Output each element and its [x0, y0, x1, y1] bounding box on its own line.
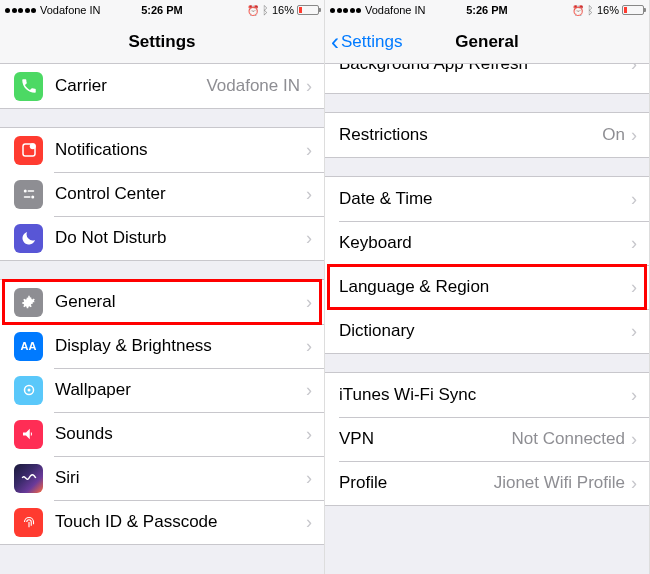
- phone-icon: [14, 72, 43, 101]
- chevron-right-icon: ›: [631, 429, 637, 450]
- general-group-sync: iTunes Wi-Fi Sync › VPN Not Connected › …: [325, 372, 649, 506]
- cell-label: VPN: [339, 429, 512, 449]
- chevron-right-icon: ›: [306, 380, 312, 401]
- nav-bar: ‹ Settings General: [325, 20, 649, 64]
- cell-siri[interactable]: Siri ›: [0, 456, 324, 500]
- cell-label: Siri: [55, 468, 306, 488]
- display-icon: AA: [14, 332, 43, 361]
- chevron-right-icon: ›: [306, 76, 312, 97]
- settings-group-notifications: Notifications › Control Center › Do Not …: [0, 127, 324, 261]
- svg-point-1: [29, 143, 35, 149]
- cell-label: Carrier: [55, 76, 206, 96]
- chevron-right-icon: ›: [631, 189, 637, 210]
- cell-itunes-wifi-sync[interactable]: iTunes Wi-Fi Sync ›: [325, 373, 649, 417]
- svg-rect-3: [27, 190, 34, 192]
- cell-value: On: [602, 125, 625, 145]
- cell-dictionary[interactable]: Dictionary ›: [325, 309, 649, 353]
- battery-icon: [297, 5, 319, 15]
- cell-date-time[interactable]: Date & Time ›: [325, 177, 649, 221]
- cell-label: Profile: [339, 473, 494, 493]
- cell-sounds[interactable]: Sounds ›: [0, 412, 324, 456]
- siri-icon: [14, 464, 43, 493]
- battery-icon: [622, 5, 644, 15]
- cell-value: Not Connected: [512, 429, 625, 449]
- moon-icon: [14, 224, 43, 253]
- cell-value: Vodafone IN: [206, 76, 300, 96]
- cell-carrier[interactable]: Carrier Vodafone IN ›: [0, 64, 324, 108]
- cell-control-center[interactable]: Control Center ›: [0, 172, 324, 216]
- chevron-right-icon: ›: [306, 512, 312, 533]
- status-bar: Vodafone IN 5:26 PM ⏰ ᛒ 16%: [325, 0, 649, 20]
- notifications-icon: [14, 136, 43, 165]
- svg-point-7: [27, 389, 30, 392]
- wallpaper-icon: [14, 376, 43, 405]
- chevron-right-icon: ›: [631, 277, 637, 298]
- settings-group-carrier: Carrier Vodafone IN ›: [0, 64, 324, 109]
- cell-label: Date & Time: [339, 189, 631, 209]
- chevron-right-icon: ›: [306, 292, 312, 313]
- fingerprint-icon: [14, 508, 43, 537]
- cell-vpn[interactable]: VPN Not Connected ›: [325, 417, 649, 461]
- status-time: 5:26 PM: [0, 4, 324, 16]
- chevron-right-icon: ›: [306, 228, 312, 249]
- chevron-right-icon: ›: [306, 336, 312, 357]
- cell-label: Display & Brightness: [55, 336, 306, 356]
- sounds-icon: [14, 420, 43, 449]
- svg-point-2: [23, 190, 26, 193]
- nav-bar: Settings: [0, 20, 324, 64]
- status-bar: Vodafone IN 5:26 PM ⏰ ᛒ 16%: [0, 0, 324, 20]
- chevron-right-icon: ›: [631, 125, 637, 146]
- nav-title: General: [455, 32, 518, 52]
- chevron-right-icon: ›: [631, 233, 637, 254]
- control-center-icon: [14, 180, 43, 209]
- cell-profile[interactable]: Profile Jionet Wifi Profile ›: [325, 461, 649, 505]
- screen-settings: Vodafone IN 5:26 PM ⏰ ᛒ 16% Settings Car…: [0, 0, 325, 574]
- chevron-left-icon: ‹: [331, 30, 339, 54]
- cell-label: Touch ID & Passcode: [55, 512, 306, 532]
- cell-label: Restrictions: [339, 125, 602, 145]
- chevron-right-icon: ›: [306, 184, 312, 205]
- cell-background-app-refresh[interactable]: Background App Refresh ›: [325, 64, 649, 94]
- cell-label: iTunes Wi-Fi Sync: [339, 385, 631, 405]
- chevron-right-icon: ›: [306, 140, 312, 161]
- chevron-right-icon: ›: [631, 385, 637, 406]
- cell-label: General: [55, 292, 306, 312]
- cell-wallpaper[interactable]: Wallpaper ›: [0, 368, 324, 412]
- svg-point-4: [31, 196, 34, 199]
- svg-rect-5: [23, 196, 30, 198]
- cell-touchid-passcode[interactable]: Touch ID & Passcode ›: [0, 500, 324, 544]
- cell-label: Notifications: [55, 140, 306, 160]
- cell-restrictions[interactable]: Restrictions On ›: [325, 113, 649, 157]
- status-time: 5:26 PM: [325, 4, 649, 16]
- cell-keyboard[interactable]: Keyboard ›: [325, 221, 649, 265]
- chevron-right-icon: ›: [631, 473, 637, 494]
- cell-label: Control Center: [55, 184, 306, 204]
- chevron-right-icon: ›: [306, 424, 312, 445]
- settings-group-general: General › AA Display & Brightness › Wall…: [0, 279, 324, 545]
- cell-label: Language & Region: [339, 277, 631, 297]
- cell-label: Keyboard: [339, 233, 631, 253]
- cell-general[interactable]: General ›: [0, 280, 324, 324]
- nav-back-label: Settings: [341, 32, 402, 52]
- chevron-right-icon: ›: [306, 468, 312, 489]
- cell-label: Wallpaper: [55, 380, 306, 400]
- nav-back-button[interactable]: ‹ Settings: [331, 30, 402, 54]
- gear-icon: [14, 288, 43, 317]
- chevron-right-icon: ›: [631, 321, 637, 342]
- general-group-restrictions: Restrictions On ›: [325, 112, 649, 158]
- cell-value: Jionet Wifi Profile: [494, 473, 625, 493]
- cell-display-brightness[interactable]: AA Display & Brightness ›: [0, 324, 324, 368]
- cell-notifications[interactable]: Notifications ›: [0, 128, 324, 172]
- cell-label: Do Not Disturb: [55, 228, 306, 248]
- cell-language-region[interactable]: Language & Region ›: [325, 265, 649, 309]
- cell-do-not-disturb[interactable]: Do Not Disturb ›: [0, 216, 324, 260]
- cell-label: Sounds: [55, 424, 306, 444]
- screen-general: Vodafone IN 5:26 PM ⏰ ᛒ 16% ‹ Settings G…: [325, 0, 650, 574]
- nav-title: Settings: [128, 32, 195, 52]
- cell-label: Dictionary: [339, 321, 631, 341]
- general-group-datetime: Date & Time › Keyboard › Language & Regi…: [325, 176, 649, 354]
